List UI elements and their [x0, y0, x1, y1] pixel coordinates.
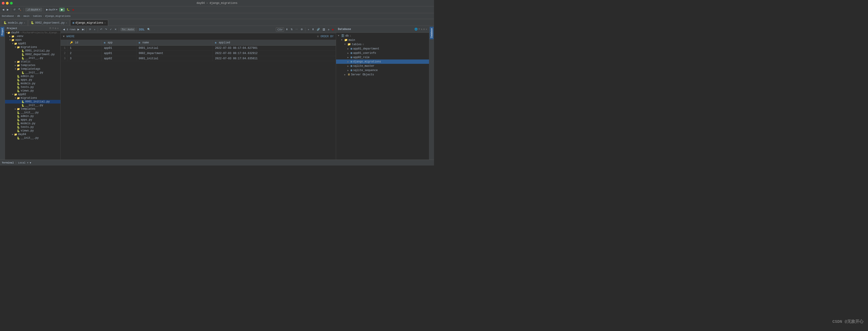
tree-item-app02[interactable]: ▼ 📁 app02 [5, 93, 60, 96]
tab-close-models[interactable]: ✕ [24, 22, 25, 24]
commit-btn[interactable]: ✓ [109, 28, 113, 31]
col-id[interactable]: 🔑 id [67, 40, 101, 46]
build-button[interactable]: 🔨 [17, 8, 22, 11]
add-col-btn[interactable]: + [307, 28, 310, 31]
search-btn[interactable]: 🔍 [146, 28, 151, 31]
tree-item-apps-app02[interactable]: 🐍 apps.py [5, 118, 60, 122]
db-tree-item-db[interactable]: ▼ 🗄️ db 1 [336, 34, 429, 38]
rollback-btn[interactable]: ✕ [114, 28, 118, 31]
table-row[interactable]: 2 2 app01 0002_department 2022-07-03 08:… [61, 51, 336, 56]
tree-item-templatetags[interactable]: ▼ 📁 templatetags [5, 67, 60, 71]
cell-app-0[interactable]: app01 [101, 46, 136, 51]
tree-item-app02-0001-initial[interactable]: 🐍 0001_initial.py [5, 100, 60, 103]
collapse-icon[interactable]: ≡ [52, 27, 54, 30]
minimize-button[interactable] [6, 2, 9, 4]
tab-close-migrations[interactable]: ✕ [104, 22, 106, 24]
export-btn[interactable]: ⬆ [311, 28, 315, 31]
undo-btn[interactable]: ↶ [99, 28, 103, 31]
tree-item-static[interactable]: ▶ 📁 static [5, 60, 60, 64]
add-row-btn[interactable]: + [93, 28, 96, 31]
redo-btn[interactable]: ↷ [104, 28, 108, 31]
tree-item-models-app02[interactable]: 🐍 models.py [5, 122, 60, 125]
nav-database[interactable]: Database [2, 15, 14, 18]
close-sidebar-icon[interactable]: ✕ [57, 27, 59, 30]
cell-id-2[interactable]: 3 [67, 56, 101, 61]
tree-item-tests-app01[interactable]: 🐍 tests.py [5, 86, 60, 89]
db-tree-item-sqlite-sequence[interactable]: ▶ ▦ sqlite_sequence [336, 68, 429, 72]
tree-item-admin-app01[interactable]: 🐍 admin.py [5, 74, 60, 78]
terminal-add-btn[interactable]: + [27, 161, 28, 164]
download-btn[interactable]: ⬇ [285, 28, 289, 31]
database-vert-tab[interactable]: Database [430, 27, 434, 39]
db-tree-item-django-migrations[interactable]: ▶ ▦ django_migrations [336, 60, 429, 64]
nav-tables[interactable]: tables [33, 15, 42, 18]
reload-btn[interactable]: ⟳ [88, 28, 92, 31]
table-row[interactable]: 3 3 app02 0001_initial 2022-07-03 08:17:… [61, 56, 336, 61]
tree-item-app02-init[interactable]: 🐍 __init__.py [5, 103, 60, 107]
tree-item-apps-app01[interactable]: 🐍 apps.py [5, 78, 60, 82]
stop-button[interactable]: ■ [71, 8, 75, 11]
db-close-icon[interactable]: ✕ [426, 28, 427, 31]
more-options-btn[interactable]: ⋯ [294, 28, 299, 31]
tree-item-models-app01[interactable]: 🐍 models.py [5, 82, 60, 86]
cell-id-1[interactable]: 2 [67, 51, 101, 56]
col-app[interactable]: ▦ app [101, 40, 136, 46]
tree-item-init-app01-migrations[interactable]: 🐍 __init__.py [5, 56, 60, 60]
prev-page-btn[interactable]: ◀ [62, 28, 66, 31]
db-tree-item-main[interactable]: ▼ 📁 main [336, 38, 429, 42]
tree-item-day04[interactable]: ▼ 📁 day04 ~/PycharmProjects/5x_django... [5, 31, 60, 34]
tree-item-app01-migrations[interactable]: ▼ 📁 migrations [5, 45, 60, 49]
tree-item-views-app02[interactable]: 🐍 views.py [5, 129, 60, 133]
terminal-dropdown-btn[interactable]: ▾ [30, 161, 31, 164]
nav-db[interactable]: db [17, 15, 20, 18]
refresh-button[interactable]: ↺ [12, 8, 17, 11]
db-sort-icon[interactable]: ⇅ [421, 28, 423, 31]
db-tree-item-tables[interactable]: ▼ 📁 tables 6 [336, 42, 429, 46]
ddl-btn[interactable]: DDL [138, 28, 146, 32]
tree-item-views-app01[interactable]: 🐍 views.py [5, 89, 60, 93]
tree-item-init-app02[interactable]: 🐍 __init__.py [5, 111, 60, 114]
cell-name-0[interactable]: 0001_initial [136, 46, 213, 51]
tree-item-apps[interactable]: ▼ 📁 apps [5, 38, 60, 42]
tree-item-templates-app02[interactable]: ▶ 📁 templates [5, 107, 60, 111]
tree-item-venv[interactable]: ▶ 📁 .venv [5, 34, 60, 38]
forward-button[interactable]: ▶ [6, 8, 9, 11]
nav-main[interactable]: main [23, 15, 29, 18]
tab-0002-department[interactable]: 🐍 0002_department.py ✕ [28, 20, 70, 26]
cell-name-2[interactable]: 0001_initial [136, 56, 213, 61]
cell-name-1[interactable]: 0002_department [136, 51, 213, 56]
tree-item-0002-department[interactable]: 🐍 0002_department.py [5, 53, 60, 56]
tree-item-day04-inner[interactable]: ▶ 📁 day04 [5, 133, 60, 136]
cell-app-1[interactable]: app01 [101, 51, 136, 56]
close-button[interactable] [2, 2, 4, 4]
table-row[interactable]: 1 1 app01 0001_initial 2022-07-03 08:17:… [61, 46, 336, 51]
settings-tbl-btn[interactable]: ⚙ [300, 28, 304, 31]
sync-icon[interactable]: ⟳ [49, 27, 51, 30]
run-button[interactable]: ▶ [59, 8, 65, 11]
debug-button[interactable]: 🐛 [66, 8, 71, 11]
db-list-icon[interactable]: ≡ [418, 28, 420, 31]
tree-item-init-day04[interactable]: 🐍 __init__.py [5, 136, 60, 140]
db-tree-item-app01-userinfo[interactable]: ▶ ▦ app01_userinfo [336, 51, 429, 55]
git-branch[interactable]: ⎇ day04 ▾ [25, 8, 42, 11]
col-name[interactable]: ▦ name [136, 40, 213, 46]
tree-item-tests-app02[interactable]: 🐍 tests.py [5, 125, 60, 129]
last-page-btn[interactable]: ▶| [81, 28, 86, 31]
filter-btn[interactable]: ⇅ [290, 28, 293, 31]
tree-item-app02-migrations[interactable]: ▼ 📁 migrations [5, 96, 60, 100]
tree-item-0001-initial[interactable]: 🐍 0001_initial.py [5, 49, 60, 53]
col-applied[interactable]: ▦ applied [213, 40, 336, 46]
db-tree-item-app01-department[interactable]: ▶ ▦ app01_department [336, 46, 429, 51]
maximize-button[interactable] [10, 2, 13, 4]
settings-icon[interactable]: ⚙ [55, 27, 56, 30]
tab-models-py[interactable]: 🐍 models.py ✕ [1, 20, 28, 26]
link-btn[interactable]: 🔗 [316, 28, 321, 31]
tab-django-migrations[interactable]: ▦ django_migrations ✕ [70, 20, 108, 26]
cell-applied-0[interactable]: 2022-07-03 08:17:04.627981 [213, 46, 336, 51]
project-tab[interactable]: Project [0, 27, 4, 37]
csv-export-btn[interactable]: CSV [276, 28, 284, 32]
db-settings-icon[interactable]: ⚙ [423, 28, 425, 31]
db-globe-icon[interactable]: 🌐 [414, 28, 417, 31]
db-tree-item-sqlite-master[interactable]: ▶ ▦ sqlite_master [336, 64, 429, 68]
tab-close-0002[interactable]: ✕ [66, 22, 67, 24]
